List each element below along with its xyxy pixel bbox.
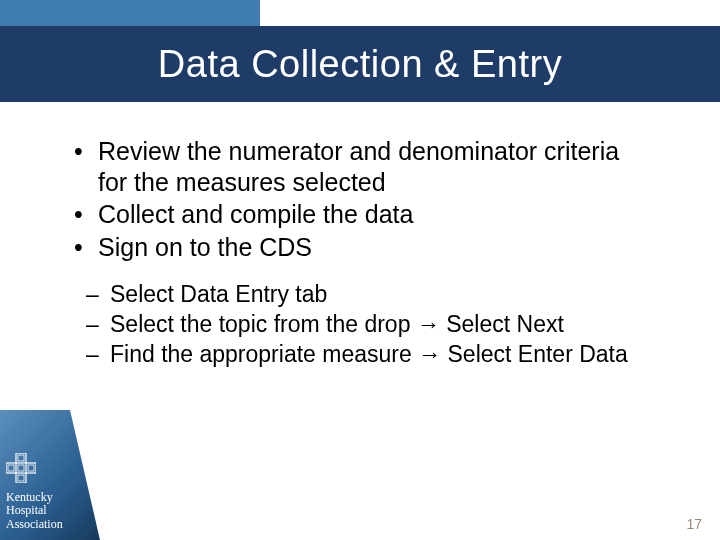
accent-bar (0, 0, 260, 26)
org-name-line: Hospital (6, 504, 63, 518)
svg-rect-0 (16, 453, 26, 483)
svg-rect-3 (18, 465, 24, 471)
plus-icon (6, 453, 36, 483)
org-name-line: Kentucky (6, 491, 63, 505)
org-name-line: Association (6, 518, 63, 532)
page-number: 17 (686, 516, 702, 532)
svg-rect-2 (18, 455, 24, 461)
bullet-item: Review the numerator and denominator cri… (70, 136, 640, 197)
title-bar: Data Collection & Entry (0, 26, 720, 102)
sub-bullet-item: Select Data Entry tab (84, 280, 640, 308)
bullet-item: Collect and compile the data (70, 199, 640, 230)
slide: Data Collection & Entry Review the numer… (0, 0, 720, 540)
bullet-list: Review the numerator and denominator cri… (70, 136, 640, 262)
sub-bullet-list: Select Data Entry tab Select the topic f… (84, 280, 640, 368)
footer-logo: Kentucky Hospital Association (6, 453, 63, 532)
bullet-item: Sign on to the CDS (70, 232, 640, 263)
footer-decoration: Kentucky Hospital Association (0, 410, 120, 540)
slide-title: Data Collection & Entry (158, 43, 562, 86)
sub-bullet-item: Find the appropriate measure → Select En… (84, 340, 640, 368)
svg-rect-4 (18, 475, 24, 481)
svg-rect-6 (28, 465, 34, 471)
sub-bullet-item: Select the topic from the drop → Select … (84, 310, 640, 338)
svg-rect-1 (6, 463, 36, 473)
content-area: Review the numerator and denominator cri… (70, 136, 640, 370)
svg-rect-5 (8, 465, 14, 471)
